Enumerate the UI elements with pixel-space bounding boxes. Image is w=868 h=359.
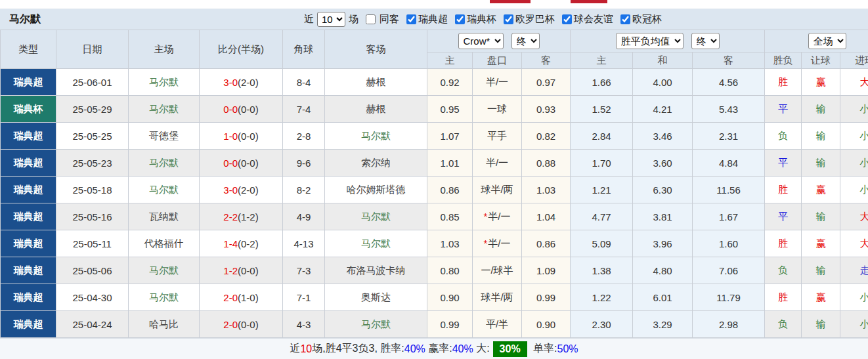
scope-select[interactable]: 全场 [808, 33, 846, 49]
summary-text: 近 [290, 342, 300, 356]
col-header-score: 比分(半场) [200, 30, 283, 69]
big-rate-badge: 30% [493, 341, 527, 357]
cell-score: 1-0(0-0) [200, 123, 283, 150]
cell-avg-draw: 3.46 [633, 123, 693, 150]
cell-odds-away: 1.09 [522, 257, 571, 284]
half-time-score: (0-0) [238, 158, 259, 169]
cell-avg-home: 1.21 [571, 177, 633, 203]
cell-league: 瑞典超 [1, 257, 56, 284]
cell-goals-result: 大 [840, 69, 868, 96]
league-filter-checkbox[interactable] [455, 14, 465, 24]
league-filter-checkbox[interactable] [406, 14, 416, 24]
cell-goals-result: 大 [840, 230, 868, 257]
home-team-link[interactable]: 马尔默 [149, 264, 179, 276]
cell-league: 瑞典超 [1, 203, 56, 230]
away-team-link[interactable]: 马尔默 [361, 130, 391, 141]
away-team-link[interactable]: 马尔默 [361, 318, 391, 329]
sub-header-avg-away: 客 [693, 53, 765, 69]
cell-away-team: 赫根 [325, 69, 427, 96]
cell-result: 平 [765, 203, 802, 230]
away-team-link[interactable]: 马尔默 [361, 238, 391, 249]
avg-source-select[interactable]: 胜平负均值 [616, 33, 684, 49]
home-team-link[interactable]: 马尔默 [149, 76, 179, 87]
handicap-change-star: * [483, 211, 487, 222]
matches-label: 场 [349, 13, 358, 26]
half-time-score: (2-0) [238, 184, 259, 196]
recent-count-select[interactable]: 10 [317, 12, 345, 27]
away-team-link[interactable]: 马尔默 [361, 211, 391, 222]
cell-league: 瑞典超 [1, 69, 56, 96]
cell-odds-away: 0.93 [522, 96, 571, 123]
cell-avg-draw: 4.21 [633, 96, 693, 123]
cell-avg-away: 11.79 [693, 284, 765, 311]
cell-odds-home: 0.99 [427, 311, 473, 338]
league-filter-1: 瑞典杯 [451, 13, 496, 26]
cell-avg-draw: 3.60 [633, 150, 693, 177]
cell-avg-away: 1.67 [693, 203, 765, 230]
half-time-score: (0-0) [238, 319, 259, 330]
cell-result: 胜 [765, 177, 802, 203]
away-team-link[interactable]: 索尔纳 [361, 157, 391, 168]
match-row: 瑞典杯25-05-29马尔默0-0(0-0)7-4赫根0.95一球0.931.5… [1, 96, 868, 123]
full-time-score: 1-0 [223, 131, 238, 142]
cell-goals-result: 小 [840, 150, 868, 177]
cell-date: 25-05-23 [56, 150, 129, 177]
cell-avg-draw: 6.01 [633, 284, 693, 311]
cell-odds-home: 1.01 [427, 150, 473, 177]
screen: 马尔默 近 10 场 同客 瑞典超 瑞典杯 欧罗巴杯 球会友谊 [0, 0, 868, 359]
cell-avg-home: 1.70 [571, 150, 633, 177]
top-strip [0, 0, 868, 9]
away-team-link[interactable]: 哈尔姆斯塔德 [347, 184, 406, 195]
recent-label: 近 [304, 13, 314, 26]
home-team-link[interactable]: 马尔默 [149, 184, 179, 195]
away-team-link[interactable]: 布洛马波卡纳 [347, 264, 406, 276]
home-team-link[interactable]: 哈马比 [149, 318, 179, 329]
cell-date: 25-05-16 [56, 203, 129, 230]
avg-time-select[interactable]: 终 [691, 33, 720, 49]
cell-odds-home: 0.86 [427, 177, 473, 203]
home-team-link[interactable]: 哥德堡 [149, 130, 179, 141]
league-filter-checkbox[interactable] [620, 14, 630, 24]
cell-date: 25-05-25 [56, 123, 129, 150]
cell-score: 1-4(0-2) [200, 230, 283, 257]
cell-away-team: 哈尔姆斯塔德 [325, 177, 427, 203]
cell-date: 25-04-30 [56, 284, 129, 311]
bookmaker-select[interactable]: Crow* [458, 33, 504, 49]
col-header-date: 日期 [56, 30, 129, 69]
bookmaker-time-select[interactable]: 终 [511, 33, 540, 49]
home-team-link[interactable]: 马尔默 [149, 157, 179, 168]
league-filter-checkbox[interactable] [562, 14, 572, 24]
away-team-link[interactable]: 赫根 [366, 103, 386, 114]
cell-score: 3-0(2-0) [200, 69, 283, 96]
cell-corners: 8-4 [283, 69, 325, 96]
cell-avg-away: 7.06 [693, 257, 765, 284]
away-team-link[interactable]: 奥斯达 [361, 291, 391, 303]
cell-home-team: 马尔默 [129, 257, 200, 284]
home-team-link[interactable]: 马尔默 [149, 291, 179, 303]
tab-underline-indicator-1 [490, 0, 531, 3]
cell-handicap: *半/一 [473, 203, 522, 230]
handicap-change-star: * [483, 238, 487, 249]
cell-handicap-result: 输 [802, 257, 840, 284]
cell-score: 2-2(1-2) [200, 203, 283, 230]
cell-away-team: 马尔默 [325, 230, 427, 257]
cell-odds-away: 0.88 [522, 150, 571, 177]
home-team-link[interactable]: 瓦纳默 [149, 211, 179, 222]
cell-odds-home: 0.92 [427, 69, 473, 96]
league-filter-checkbox[interactable] [504, 14, 513, 24]
home-team-link[interactable]: 马尔默 [149, 103, 179, 114]
full-time-score: 0-0 [223, 158, 238, 169]
away-team-link[interactable]: 赫根 [366, 76, 386, 87]
cell-result: 胜 [765, 230, 802, 257]
same-away-checkbox[interactable] [366, 14, 376, 24]
matches-table: 类型 日期 主场 比分(半场) 角球 客场 Crow* 终 [0, 30, 868, 338]
cell-result: 负 [765, 123, 802, 150]
cell-avg-home: 5.09 [571, 230, 633, 257]
cell-corners: 8-2 [283, 177, 325, 203]
cell-handicap-result: 输 [802, 203, 840, 230]
cell-result: 负 [765, 257, 802, 284]
col-header-type: 类型 [1, 30, 56, 69]
avg-dropdown-group: 胜平负均值 终 [571, 30, 765, 53]
tab-underline-indicator-2 [571, 0, 607, 3]
home-team-link[interactable]: 代格福什 [144, 238, 184, 249]
